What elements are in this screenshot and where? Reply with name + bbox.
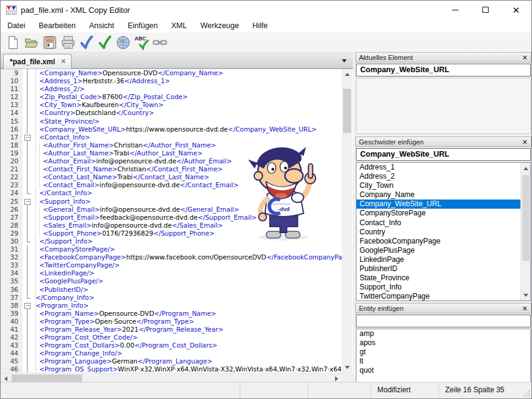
list-item[interactable]: Address_2 xyxy=(357,172,530,181)
code-text[interactable]: <Program_OS_Support>WinXP·x32,WinXP·x64,… xyxy=(32,365,342,373)
code-line-10[interactable]: 10<Address_1>Herbststr.·36</Address_1> xyxy=(1,77,342,85)
list-item[interactable]: Company_WebSite_URL xyxy=(357,200,530,209)
list-item[interactable]: PublisherID xyxy=(357,264,530,274)
code-text[interactable]: <TwitterCompanyPage/> xyxy=(32,261,342,269)
code-text[interactable]: <LinkedinPage/> xyxy=(32,269,342,277)
code-text[interactable]: <GooglePlusPage/> xyxy=(32,277,342,285)
maximize-button[interactable] xyxy=(470,1,501,19)
list-item[interactable]: FacebookCompanyPage xyxy=(357,237,530,246)
code-text[interactable]: </Company_Info> xyxy=(32,294,342,302)
menu-xml[interactable]: XML xyxy=(164,20,194,32)
associate-link-button[interactable] xyxy=(150,34,169,51)
code-text[interactable]: <Address_1>Herbststr.·36</Address_1> xyxy=(32,77,342,85)
code-line-11[interactable]: 11<Address_2/> xyxy=(1,85,342,93)
code-text[interactable]: <Address_2/> xyxy=(32,85,342,93)
new-document-button[interactable] xyxy=(4,34,22,51)
code-text[interactable]: <PublisherID/> xyxy=(32,286,342,294)
code-line-15[interactable]: 15<State_Province/> xyxy=(1,117,342,125)
list-item[interactable]: amp xyxy=(357,329,530,338)
list-item[interactable]: LinkedinPage xyxy=(357,255,530,264)
list-item[interactable]: gt xyxy=(357,348,530,357)
entity-input[interactable] xyxy=(356,315,531,327)
tab-close-icon[interactable]: ✕ xyxy=(61,58,66,65)
scroll-up-arrow[interactable] xyxy=(521,164,531,173)
list-item[interactable]: Company_Name xyxy=(357,190,530,200)
open-file-button[interactable] xyxy=(22,34,40,51)
list-item[interactable]: quot xyxy=(357,366,530,375)
list-item[interactable]: Support_Info xyxy=(357,283,530,292)
browser-preview-button[interactable] xyxy=(114,34,132,51)
sibling-input[interactable]: Company_WebSite_URL xyxy=(356,148,531,161)
sibling-list[interactable]: Address_1Address_2City_TownCompany_NameC… xyxy=(356,162,531,301)
list-item[interactable]: Country xyxy=(357,228,530,237)
menu-ansicht[interactable]: Ansicht xyxy=(83,20,121,32)
code-text[interactable]: <CompanyStorePage/> xyxy=(32,245,342,253)
panel-close-icon[interactable]: ✕ xyxy=(522,138,528,146)
code-line-13[interactable]: 13<City_Town>Kaufbeuren</City_Town> xyxy=(1,101,342,109)
sibling-scrollbar-thumb[interactable] xyxy=(522,175,530,261)
code-text[interactable]: <Program_Info> xyxy=(32,302,342,310)
list-item[interactable]: State_Province xyxy=(357,274,530,283)
code-line-41[interactable]: 41<Program_Release_Year>2021</Program_Re… xyxy=(1,326,342,334)
tab-pad-file[interactable]: *pad_file.xml ✕ xyxy=(3,54,72,69)
code-line-35[interactable]: 35<GooglePlusPage/> xyxy=(1,277,342,285)
code-text[interactable]: <Program_Language>German</Program_Langua… xyxy=(32,357,342,365)
list-item[interactable]: Address_1 xyxy=(357,163,530,172)
panel-close-icon[interactable]: ✕ xyxy=(522,305,528,313)
code-text[interactable]: <Company_Name>Opensource-DVD</Company_Na… xyxy=(32,69,342,77)
code-text[interactable]: <Contact_Info> xyxy=(32,133,342,141)
menu-einfügen[interactable]: Einfügen xyxy=(121,20,164,32)
menu-bearbeiten[interactable]: Bearbeiten xyxy=(32,20,82,32)
list-item[interactable]: Contact_Info xyxy=(357,218,530,228)
code-text[interactable]: <Program_Release_Year>2021</Program_Rele… xyxy=(32,326,342,334)
sibling-list-scrollbar[interactable] xyxy=(520,163,530,300)
panel-close-icon[interactable]: ✕ xyxy=(522,54,528,62)
code-line-45[interactable]: 45<Program_Language>German</Program_Lang… xyxy=(1,357,342,365)
list-item[interactable]: lt xyxy=(357,357,530,366)
code-line-9[interactable]: 9<Company_Name>Opensource-DVD</Company_N… xyxy=(1,69,342,77)
code-line-39[interactable]: 39<Program_Name>Opensource-DVD</Program_… xyxy=(1,310,342,318)
code-line-44[interactable]: 44<Program_Change_Info/> xyxy=(1,349,342,357)
code-line-36[interactable]: 36<PublisherID/> xyxy=(1,286,342,294)
code-text[interactable]: <City_Town>Kaufbeuren</City_Town> xyxy=(32,101,342,109)
code-text[interactable]: <Country>Deutschland</Country> xyxy=(32,109,342,117)
resize-grip[interactable] xyxy=(523,390,530,397)
code-line-12[interactable]: 12<Zip_Postal_Code>87600</Zip_Postal_Cod… xyxy=(1,93,342,101)
vertical-scrollbar[interactable] xyxy=(342,69,352,373)
scroll-down-arrow[interactable] xyxy=(521,291,531,299)
code-text[interactable]: <State_Province/> xyxy=(32,117,342,125)
xml-editor[interactable]: 9<Company_Name>Opensource-DVD</Company_N… xyxy=(1,69,353,373)
code-text[interactable]: <Program_Name>Opensource-DVD</Program_Na… xyxy=(32,310,342,318)
code-line-42[interactable]: 42<Program_Cost_Other_Code/> xyxy=(1,334,342,341)
list-item[interactable]: GooglePlusPage xyxy=(357,246,530,255)
code-line-32[interactable]: 32<FacebookCompanyPage>https://www.faceb… xyxy=(1,253,342,261)
code-text[interactable]: <Company_WebSite_URL>https://www.opensou… xyxy=(32,125,342,133)
code-line-43[interactable]: 43<Program_Cost_Dollars>0.00</Program_Co… xyxy=(1,341,342,349)
print-button[interactable] xyxy=(59,34,77,51)
code-text[interactable]: <Program_Type>Open·Source</Program_Type> xyxy=(32,318,342,326)
fold-marker[interactable] xyxy=(23,302,32,310)
code-line-14[interactable]: 14<Country>Deutschland</Country> xyxy=(1,109,342,117)
code-line-16[interactable]: 16<Company_WebSite_URL>https://www.opens… xyxy=(1,125,342,133)
code-text[interactable]: <Program_Change_Info/> xyxy=(32,349,342,357)
code-line-33[interactable]: 33<TwitterCompanyPage/> xyxy=(1,261,342,269)
tab-list-dropdown[interactable] xyxy=(339,56,349,65)
list-item[interactable]: TwitterCompanyPage xyxy=(357,292,530,301)
save-file-button[interactable] xyxy=(40,34,59,51)
code-text[interactable]: <Zip_Postal_Code>87600</Zip_Postal_Code> xyxy=(32,93,342,101)
minimize-button[interactable] xyxy=(440,1,470,19)
menu-datei[interactable]: Datei xyxy=(1,20,32,32)
spell-check-button[interactable]: ABC xyxy=(132,34,150,51)
close-button[interactable]: ✕ xyxy=(501,1,531,19)
list-item[interactable]: apos xyxy=(357,338,530,348)
code-line-46[interactable]: 46<Program_OS_Support>WinXP·x32,WinXP·x6… xyxy=(1,365,342,373)
code-line-37[interactable]: 37</Company_Info> xyxy=(1,294,342,302)
check-wellformed-button[interactable] xyxy=(77,34,95,51)
scroll-down-arrow[interactable] xyxy=(342,362,352,373)
code-line-34[interactable]: 34<LinkedinPage/> xyxy=(1,269,342,277)
code-line-40[interactable]: 40<Program_Type>Open·Source</Program_Typ… xyxy=(1,318,342,326)
list-item[interactable]: City_Town xyxy=(357,181,530,190)
vertical-scrollbar-thumb[interactable] xyxy=(343,89,351,133)
fold-marker[interactable] xyxy=(23,198,32,206)
code-line-17[interactable]: 17<Contact_Info> xyxy=(1,133,342,141)
